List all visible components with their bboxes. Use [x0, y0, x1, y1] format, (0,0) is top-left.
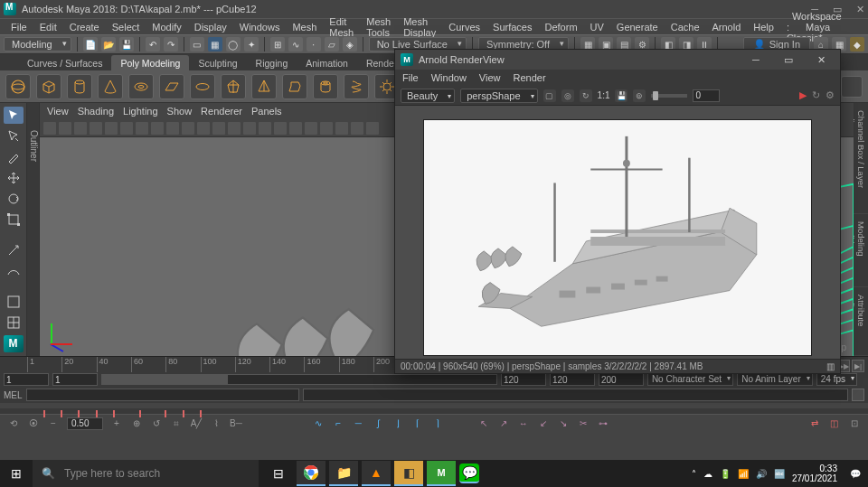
exposure-slider[interactable] — [651, 94, 687, 98]
vp-gate-mask-icon[interactable] — [166, 122, 179, 135]
vp-grid-icon[interactable] — [120, 122, 133, 135]
tray-expand-icon[interactable]: ˄ — [692, 469, 696, 479]
channel-box-tab[interactable]: Channel Box / Layer Editor — [854, 103, 868, 214]
menu-select[interactable]: Select — [107, 20, 146, 34]
anim-bezier-icon[interactable]: ⌇ — [210, 417, 222, 430]
vp-menu-view[interactable]: View — [47, 106, 69, 117]
script-lang-label[interactable]: MEL — [4, 390, 23, 400]
anim-linear-icon[interactable]: A╱ — [190, 417, 203, 430]
anim-flat-icon[interactable]: B─ — [230, 417, 242, 430]
shelf-animation[interactable]: Animation — [297, 55, 357, 70]
scale-label[interactable]: 1:1 — [598, 90, 610, 100]
anim-plus-icon[interactable]: + — [110, 417, 123, 430]
vp-shaded-icon[interactable] — [197, 122, 210, 135]
vp-motion-blur-icon[interactable] — [274, 122, 287, 135]
curve-auto-icon[interactable]: ⌉ — [431, 417, 444, 430]
render-settings-button[interactable]: ⚙ — [826, 89, 835, 101]
single-view-icon[interactable] — [4, 294, 24, 311]
shelf-rigging[interactable]: Rigging — [247, 55, 297, 70]
arnold-menu-window[interactable]: Window — [431, 72, 467, 83]
attribute-editor-tab[interactable]: Attribute Editor — [854, 287, 868, 356]
arnold-minimize-button[interactable]: ─ — [742, 54, 769, 66]
poly-torus-icon[interactable] — [128, 74, 154, 99]
vp-aa-icon[interactable] — [289, 122, 302, 135]
command-input[interactable] — [26, 389, 299, 401]
taskbar-clock[interactable]: 0:33 27/01/2021 — [792, 464, 843, 483]
maya-taskbar-icon[interactable]: M — [427, 461, 456, 486]
vp-menu-shading[interactable]: Shading — [78, 106, 114, 117]
curve-spline-icon[interactable]: ∫ — [372, 417, 384, 430]
poly-helix-icon[interactable] — [344, 74, 369, 99]
crop-region-icon[interactable]: ▢ — [543, 89, 556, 102]
tangent-fixed-icon[interactable]: ↗ — [497, 417, 510, 430]
range-track[interactable] — [101, 374, 497, 385]
vp-menu-lighting[interactable]: Lighting — [123, 106, 158, 117]
dopetick-icon[interactable]: ⊡ — [848, 417, 861, 430]
lasso-tool[interactable] — [4, 127, 24, 145]
menu-editmesh[interactable]: Edit Mesh — [324, 14, 359, 40]
color-mgmt-icon[interactable]: ⊚ — [633, 89, 646, 102]
anim-loc-icon[interactable]: ⊕ — [130, 417, 143, 430]
menu-meshtools[interactable]: Mesh Tools — [361, 14, 396, 40]
vp-ao-icon[interactable] — [259, 122, 271, 135]
exposure-field[interactable] — [693, 89, 720, 102]
menu-surfaces[interactable]: Surfaces — [487, 20, 537, 34]
arnold-maximize-button[interactable]: ▭ — [775, 54, 802, 66]
anim-start-field[interactable] — [4, 373, 49, 386]
open-scene-icon[interactable]: 📂 — [101, 37, 116, 52]
vp-xray-icon[interactable] — [320, 122, 333, 135]
poly-disc-icon[interactable] — [190, 74, 215, 99]
arnold-close-button[interactable]: ✕ — [807, 54, 835, 66]
anim-first-icon[interactable]: ⦿ — [27, 417, 40, 430]
vp-2d-pan-icon[interactable] — [90, 122, 102, 135]
poly-cone-icon[interactable] — [98, 74, 123, 99]
buffer-swap-icon[interactable]: ⇄ — [808, 417, 821, 430]
menu-windows[interactable]: Windows — [234, 20, 286, 34]
range-start-field[interactable] — [52, 373, 98, 386]
menu-mesh[interactable]: Mesh — [287, 20, 322, 34]
undo-icon[interactable]: ↶ — [146, 37, 160, 52]
vp-menu-show[interactable]: Show — [167, 106, 193, 117]
render-start-button[interactable]: ▶ — [799, 89, 807, 101]
paint-select-tool[interactable] — [4, 148, 24, 165]
curve-step-icon[interactable]: ⌐ — [332, 417, 344, 430]
hotbox-icon[interactable]: ◆ — [850, 37, 864, 52]
move-tool[interactable] — [4, 169, 24, 186]
tray-wifi-icon[interactable]: 📶 — [738, 469, 749, 479]
anim-end2-field[interactable] — [599, 373, 644, 386]
menu-cache[interactable]: Cache — [665, 20, 705, 34]
curve-clamp-icon[interactable]: ⌋ — [392, 417, 404, 430]
curve-flat-icon[interactable]: ─ — [352, 417, 364, 430]
curve-plateau-icon[interactable]: ⌈ — [411, 417, 424, 430]
arnold-menu-render[interactable]: Render — [514, 72, 546, 83]
anim-reset-icon[interactable]: ↺ — [150, 417, 163, 430]
vp-menu-renderer[interactable]: Renderer — [201, 106, 242, 117]
snap-curve-icon[interactable]: ∿ — [288, 37, 303, 52]
start-button[interactable]: ⊞ — [0, 460, 33, 487]
menu-generate[interactable]: Generate — [611, 20, 664, 34]
poly-plane-icon[interactable] — [159, 74, 184, 99]
keyframe-strip[interactable] — [0, 403, 868, 414]
outliner-tab[interactable]: Outliner — [27, 103, 40, 356]
poly-platonic-icon[interactable] — [221, 74, 246, 99]
arnold-menu-view[interactable]: View — [479, 72, 501, 83]
scale-tool[interactable] — [4, 211, 24, 228]
range-end-field[interactable] — [501, 373, 546, 386]
poly-pyramid-icon[interactable] — [251, 74, 277, 99]
tangent-break-icon[interactable]: ✂ — [577, 417, 590, 430]
render-stop-button[interactable]: ↻ — [812, 89, 820, 101]
character-set-dropdown[interactable]: No Character Set — [647, 373, 733, 386]
isolate-render-icon[interactable]: ◎ — [561, 89, 574, 102]
buffer-snap-icon[interactable]: ◫ — [828, 417, 841, 430]
vp-xray-joints-icon[interactable] — [335, 122, 348, 135]
lasso-icon[interactable]: ◯ — [226, 37, 241, 52]
poly-cube-icon[interactable] — [36, 74, 61, 99]
new-scene-icon[interactable]: 📄 — [83, 37, 98, 52]
shelf-layout-icon[interactable] — [841, 76, 863, 98]
mode-dropdown[interactable]: Modeling — [4, 37, 71, 52]
explorer-taskbar-icon[interactable]: 📁 — [329, 461, 358, 486]
vp-lights-icon[interactable] — [228, 122, 241, 135]
paint-select-icon[interactable]: ✦ — [244, 37, 259, 52]
go-end-button[interactable]: ▶| — [852, 360, 864, 372]
menu-deform[interactable]: Deform — [539, 20, 582, 34]
